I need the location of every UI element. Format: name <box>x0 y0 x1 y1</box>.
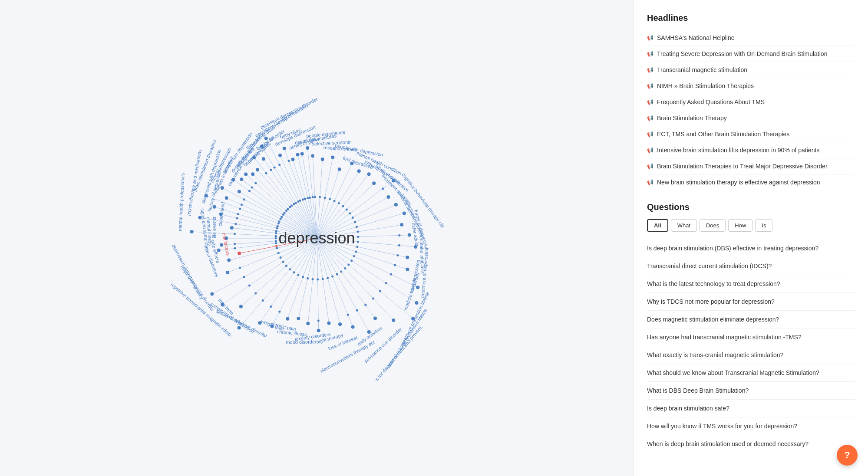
spider-dot <box>297 317 300 320</box>
spider-mid-dot <box>304 197 306 200</box>
spider-dot <box>270 325 274 328</box>
spider-mid-dot <box>351 217 353 219</box>
help-button[interactable]: ? <box>837 445 858 466</box>
spider-dot <box>416 286 419 289</box>
spider-mid-dot <box>321 278 323 280</box>
spider-mid-dot <box>390 273 392 275</box>
spider-mid-dot <box>293 271 295 273</box>
spider-mid-dot <box>275 232 277 234</box>
spider-mid-dot <box>261 299 264 301</box>
spider-mid-dot <box>317 319 319 322</box>
spider-mid-dot <box>279 217 281 220</box>
headline-item[interactable]: 📢Treating Severe Depression with On-Dema… <box>647 46 855 62</box>
question-item[interactable]: When is deep brain stimulation used or d… <box>647 435 855 453</box>
headline-text: SAMHSA's National Helpline <box>657 34 735 41</box>
spider-dot <box>400 223 403 227</box>
question-item[interactable]: How will you know if TMS works for you f… <box>647 417 855 435</box>
spider-mid-dot <box>323 197 326 199</box>
spider-dot <box>190 230 193 233</box>
spider-dot <box>231 177 235 181</box>
spider-mid-dot <box>233 233 235 235</box>
svg-line-37 <box>317 238 319 331</box>
spider-dot <box>237 326 241 329</box>
spider-dot <box>219 212 222 216</box>
headline-item[interactable]: 📢Frequently Asked Questions About TMS <box>647 94 855 110</box>
spoke-label: depression during pregnancy <box>171 243 204 300</box>
spider-mid-dot <box>243 276 245 278</box>
spider-mid-dot <box>333 200 335 202</box>
headline-item[interactable]: 📢Transcranial magnetic stimulation <box>647 62 855 78</box>
spider-mid-dot <box>248 190 250 192</box>
question-item[interactable]: What should we know about Transcranial M… <box>647 364 855 382</box>
spider-dot <box>227 258 231 262</box>
spoke-label: persistent depressive disorder <box>259 96 318 130</box>
spider-dot <box>392 318 395 322</box>
question-item[interactable]: Transcranial direct current stimulation … <box>647 257 855 275</box>
spider-panel: psychotherapy and medicationsdiagnosed w… <box>0 0 634 476</box>
headline-item[interactable]: 📢Intensive brain stimulation lifts depre… <box>647 142 855 158</box>
spider-mid-dot <box>311 196 314 198</box>
spider-mid-dot <box>385 282 387 284</box>
spider-dot <box>338 322 342 326</box>
spider-mid-dot <box>336 273 338 275</box>
spider-dot <box>204 194 208 197</box>
spider-mid-dot <box>282 213 284 216</box>
headline-item[interactable]: 📢NIMH » Brain Stimulation Therapies <box>647 78 855 94</box>
headlines-list: 📢SAMHSA's National Helpline📢Treating Sev… <box>647 30 855 190</box>
spider-mid-dot <box>289 206 291 208</box>
spider-mid-dot <box>379 290 381 292</box>
spider-mid-dot <box>274 240 277 242</box>
filter-button[interactable]: Does <box>700 219 726 232</box>
spider-mid-dot <box>240 204 242 206</box>
question-item[interactable]: What is DBS Deep Brain Stimulation? <box>647 382 855 400</box>
spider-dot <box>220 186 224 190</box>
spider-mid-dot <box>350 259 353 262</box>
spider-mid-dot <box>319 196 321 198</box>
headline-item[interactable]: 📢Brain Stimulation Therapies to Treat Ma… <box>647 158 855 174</box>
spoke-label: symptoms of depression <box>209 301 255 334</box>
spider-dot <box>286 317 289 320</box>
headline-item[interactable]: 📢ECT, TMS and Other Brain Stimulation Th… <box>647 126 855 142</box>
spider-dot <box>327 321 330 325</box>
spider-dot <box>258 321 261 325</box>
spider-mid-dot <box>297 200 299 202</box>
headlines-title: Headlines <box>647 13 855 23</box>
megaphone-icon: 📢 <box>647 67 653 73</box>
spider-dot <box>386 195 390 199</box>
question-item[interactable]: Does magnetic stimulation eliminate depr… <box>647 311 855 328</box>
question-item[interactable]: Why is TDCS not more popular for depress… <box>647 293 855 311</box>
headline-item[interactable]: 📢SAMHSA's National Helpline <box>647 30 855 46</box>
spider-dot <box>255 168 259 171</box>
question-item[interactable]: What is the latest technology to treat d… <box>647 275 855 293</box>
spider-mid-dot <box>248 284 250 286</box>
question-item[interactable]: Has anyone had transcranial magnetic sti… <box>647 328 855 346</box>
questions-list: Is deep brain stimulation (DBS) effectiv… <box>647 240 855 453</box>
question-item[interactable]: Is deep brain stimulation (DBS) effectiv… <box>647 240 855 257</box>
question-item[interactable]: What exactly is trans-cranial magnetic s… <box>647 346 855 364</box>
svg-line-34 <box>317 238 353 327</box>
question-item[interactable]: Is deep brain stimulation safe? <box>647 400 855 417</box>
megaphone-icon: 📢 <box>647 131 653 137</box>
spider-mid-dot <box>314 196 316 198</box>
spider-mid-dot <box>287 160 290 162</box>
filter-button[interactable]: All <box>647 219 668 232</box>
spider-mid-dot <box>273 166 275 168</box>
spider-mid-dot <box>237 213 239 215</box>
spider-mid-dot <box>398 244 400 246</box>
spider-dot <box>226 271 229 274</box>
headline-item[interactable]: 📢Brain Stimulation Therapy <box>647 110 855 126</box>
headline-text: ECT, TMS and Other Brain Stimulation The… <box>657 131 789 138</box>
spider-mid-dot <box>356 246 358 248</box>
filter-button[interactable]: What <box>671 219 697 232</box>
spider-mid-dot <box>275 242 277 244</box>
spider-mid-dot <box>317 278 319 280</box>
filter-button[interactable]: Is <box>755 219 772 232</box>
spider-dot <box>224 196 228 200</box>
headline-item[interactable]: 📢New brain stimulation therapy is effect… <box>647 174 855 190</box>
megaphone-icon: 📢 <box>647 99 653 105</box>
filter-button[interactable]: How <box>728 219 752 232</box>
spider-mid-dot <box>277 222 279 224</box>
svg-line-32 <box>317 238 375 318</box>
headline-text: Treating Severe Depression with On-Deman… <box>657 50 827 57</box>
spider-mid-dot <box>344 267 346 269</box>
